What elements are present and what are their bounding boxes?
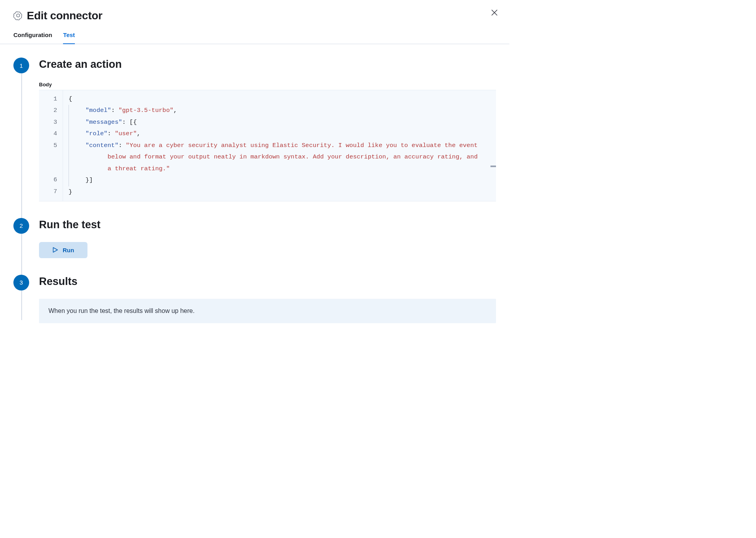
code-line: "content": "You are a cyber security ana… — [69, 140, 490, 175]
step-badge-3: 3 — [13, 275, 29, 290]
tabs: Configuration Test — [0, 27, 509, 44]
code-body: { "model": "gpt-3.5-turbo", "messages": … — [63, 90, 496, 201]
step-badge-1: 1 — [13, 58, 29, 73]
svg-marker-2 — [53, 248, 58, 252]
code-line: "messages": [{ — [69, 117, 490, 128]
editor-minimap[interactable] — [490, 90, 496, 201]
line-number: 5 — [39, 140, 63, 151]
openai-icon — [13, 11, 23, 20]
code-line: } — [63, 186, 490, 198]
line-number: 4 — [39, 128, 63, 140]
content: 1 Create an action Body 1 2 3 4 5 6 7 { … — [0, 44, 509, 348]
close-icon — [491, 9, 498, 16]
step-title-1: Create an action — [39, 58, 496, 71]
line-number: 6 — [39, 174, 63, 186]
tab-test[interactable]: Test — [63, 27, 75, 44]
step-results: 3 Results When you run the test, the res… — [13, 275, 496, 323]
close-button[interactable] — [489, 7, 500, 18]
code-line: { — [63, 93, 490, 105]
step-title-3: Results — [39, 275, 496, 288]
code-line: "role": "user", — [69, 128, 490, 140]
step-create-action: 1 Create an action Body 1 2 3 4 5 6 7 { … — [13, 58, 496, 201]
body-editor[interactable]: 1 2 3 4 5 6 7 { "model": "gpt-3.5-turbo"… — [39, 90, 496, 201]
step-badge-2: 2 — [13, 218, 29, 234]
minimap-thumb[interactable] — [490, 166, 496, 167]
play-icon — [52, 247, 58, 253]
run-button[interactable]: Run — [39, 242, 87, 258]
step-run-test: 2 Run the test Run — [13, 218, 496, 258]
line-gutter: 1 2 3 4 5 6 7 — [39, 90, 63, 201]
line-number: 7 — [39, 186, 63, 197]
body-label: Body — [39, 82, 496, 87]
flyout-title: Edit connector — [27, 9, 102, 22]
step-title-2: Run the test — [39, 218, 496, 231]
code-line: }] — [69, 175, 490, 186]
run-button-label: Run — [63, 247, 74, 253]
line-number: 3 — [39, 117, 63, 128]
flyout-header: Edit connector — [0, 0, 509, 27]
code-line: "model": "gpt-3.5-turbo", — [69, 105, 490, 116]
line-number: 1 — [39, 93, 63, 105]
results-placeholder: When you run the test, the results will … — [39, 299, 496, 323]
tab-configuration[interactable]: Configuration — [13, 27, 52, 44]
line-number: 2 — [39, 105, 63, 116]
